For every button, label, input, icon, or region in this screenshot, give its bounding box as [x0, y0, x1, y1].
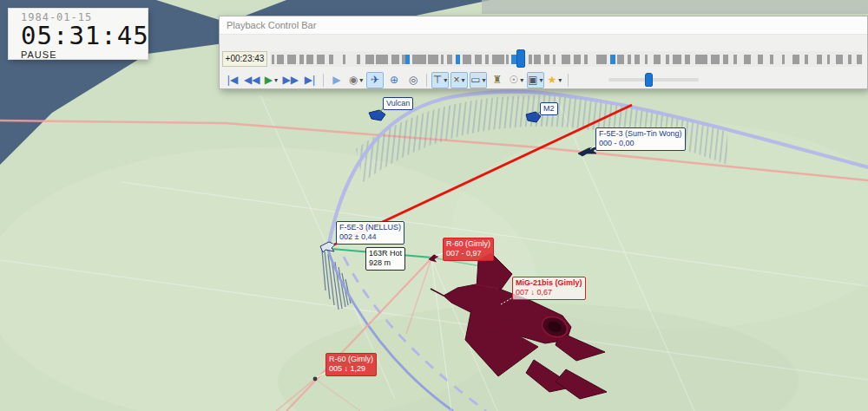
- timeline-track[interactable]: [270, 51, 863, 67]
- speed-slider[interactable]: [608, 78, 699, 82]
- bearing-range-label[interactable]: 163R Hot 928 m: [365, 247, 405, 271]
- skip-to-start-icon: |◀: [227, 75, 238, 85]
- window-title[interactable]: Playback Control Bar: [220, 16, 867, 35]
- dropdown-arrow-icon[interactable]: ▾: [274, 76, 278, 84]
- unit-label-vulcan[interactable]: Vulcan: [383, 97, 413, 110]
- radar-display-button[interactable]: ▭▾: [470, 72, 487, 88]
- elapsed-time: +00:23:43: [222, 51, 267, 67]
- horizon-haze: [482, 0, 868, 14]
- video-capture-button[interactable]: ▣▾: [527, 72, 544, 88]
- play-icon: ▶: [265, 75, 273, 85]
- measure-tool-button[interactable]: ×▾: [450, 72, 468, 88]
- timeline-segment: [744, 55, 751, 64]
- timeline-event-marker: [405, 55, 410, 64]
- rewind-button[interactable]: ◀◀: [243, 72, 260, 88]
- timeline-event-marker: [610, 55, 615, 64]
- timeline-segment: [628, 55, 631, 64]
- dropdown-arrow-icon[interactable]: ▾: [520, 76, 523, 84]
- timeline-segment: [447, 55, 452, 64]
- video-capture-icon: ▣: [528, 75, 537, 85]
- timeline-segment: [723, 55, 728, 64]
- timeline-segment: [412, 55, 426, 64]
- dropdown-arrow-icon[interactable]: ▾: [444, 76, 447, 84]
- timeline-segment: [357, 55, 360, 64]
- timeline-segment: [596, 55, 607, 64]
- timeline-segment: [792, 55, 799, 64]
- unit-telemetry: 005 ↓ 1,29: [329, 364, 373, 374]
- camera-mode-icon: ◉: [349, 75, 358, 85]
- timeline-segment: [654, 55, 661, 64]
- timeline-segment: [782, 55, 785, 64]
- timeline-segment: [645, 55, 648, 64]
- timeline-event-marker: [511, 55, 516, 64]
- unit-label-mig21[interactable]: MiG-21bis (Gimly) 007 ↓ 0,67: [512, 277, 586, 300]
- timeline-segment: [391, 55, 399, 64]
- timeline-segment: [733, 55, 737, 64]
- unit-telemetry: 007 - 0,97: [446, 249, 490, 258]
- ground-units-icon: ♜: [493, 75, 503, 85]
- timeline-segment: [817, 55, 822, 64]
- playback-toolbar: |◀◀◀▶▾▶▶▶|▶◉▾✈⊕◎⊤▾×▾▭▾♜☉▾▣▾★▾: [223, 71, 572, 88]
- toolbar-separator: [568, 74, 569, 87]
- timeline-segment: [666, 55, 669, 64]
- clock-widget: 1984-01-15 05:31:45 PAUSE: [9, 9, 148, 59]
- skip-to-end-icon: ▶|: [305, 75, 315, 85]
- timeline-segment: [376, 55, 388, 64]
- dropdown-arrow-icon[interactable]: ▾: [483, 76, 486, 84]
- fast-forward-button[interactable]: ▶▶: [281, 72, 299, 88]
- timeline-segment: [317, 55, 325, 64]
- radar-display-icon: ▭: [470, 75, 480, 85]
- play-button[interactable]: ▶▾: [262, 72, 279, 88]
- toolbar-separator: [323, 74, 324, 87]
- dropdown-arrow-icon[interactable]: ▾: [558, 76, 562, 84]
- clock-time: 05:31:45: [21, 23, 148, 49]
- aircraft-view-button[interactable]: ✈: [366, 72, 384, 88]
- timeline-segment: [685, 55, 690, 64]
- favorites-button[interactable]: ★▾: [546, 72, 563, 88]
- camera-mode-button[interactable]: ◉▾: [347, 72, 365, 88]
- radio-comms-icon: ☉: [510, 75, 519, 85]
- rewind-icon: ◀◀: [244, 75, 260, 85]
- dropdown-arrow-icon[interactable]: ▾: [359, 76, 363, 84]
- unit-name: Vulcan: [386, 99, 410, 108]
- timeline-segment: [770, 55, 773, 64]
- timeline-segment: [836, 55, 843, 64]
- unit-telemetry: 007 ↓ 0,67: [516, 288, 582, 297]
- unit-name: F-5E-3 (Sum-Tin Wong): [599, 129, 682, 139]
- binoculars-button[interactable]: ◎: [404, 72, 422, 88]
- dropdown-arrow-icon[interactable]: ▾: [461, 76, 464, 84]
- unit-name: R-60 (Gimly): [446, 239, 490, 249]
- timeline-segment: [475, 55, 482, 64]
- unit-name: MiG-21bis (Gimly): [516, 278, 582, 288]
- unit-label-r60-b[interactable]: R-60 (Gimly) 005 ↓ 1,29: [326, 353, 377, 376]
- unit-label-f5e-nellus[interactable]: F-5E-3 (NELLUS) 002 ± 0,44: [336, 221, 404, 245]
- toolbar-separator: [426, 74, 427, 87]
- unit-label-r60-a[interactable]: R-60 (Gimly) 007 - 0,97: [443, 238, 494, 261]
- ground-units-button[interactable]: ♜: [489, 72, 506, 88]
- unit-label-f5e-wong[interactable]: F-5E-3 (Sum-Tin Wong) 000 - 0,00: [595, 127, 686, 151]
- globe-view-button[interactable]: ⊕: [385, 72, 403, 88]
- tacview-3d-view[interactable]: Vulcan M2 F-5E-3 (Sum-Tin Wong) 000 - 0,…: [0, 0, 868, 411]
- fast-forward-icon: ▶▶: [282, 75, 298, 85]
- timeline-segment: [574, 55, 581, 64]
- skip-to-end-button[interactable]: ▶|: [301, 72, 319, 88]
- labels-toggle-button[interactable]: ⊤▾: [431, 72, 449, 88]
- timeline-segment: [562, 55, 570, 64]
- radio-comms-button[interactable]: ☉▾: [508, 72, 525, 88]
- dropdown-arrow-icon[interactable]: ▾: [540, 76, 543, 84]
- labels-toggle-icon: ⊤: [433, 75, 442, 85]
- timeline-segment: [827, 55, 830, 64]
- unit-telemetry: 002 ± 0,44: [339, 232, 401, 242]
- step-forward-button[interactable]: ▶: [328, 72, 345, 88]
- timeline-segment: [287, 55, 296, 64]
- speed-slider-thumb[interactable]: [645, 73, 653, 87]
- timeline-thumb[interactable]: [516, 49, 525, 68]
- timeline-segment: [534, 55, 541, 64]
- skip-to-start-button[interactable]: |◀: [224, 72, 241, 88]
- globe-view-icon: ⊕: [390, 75, 398, 85]
- aircraft-view-icon: ✈: [371, 75, 379, 85]
- unit-label-m2[interactable]: M2: [540, 102, 558, 115]
- unit-telemetry: 000 - 0,00: [599, 139, 682, 148]
- timeline-segment: [343, 55, 345, 64]
- timeline-segment: [711, 55, 720, 64]
